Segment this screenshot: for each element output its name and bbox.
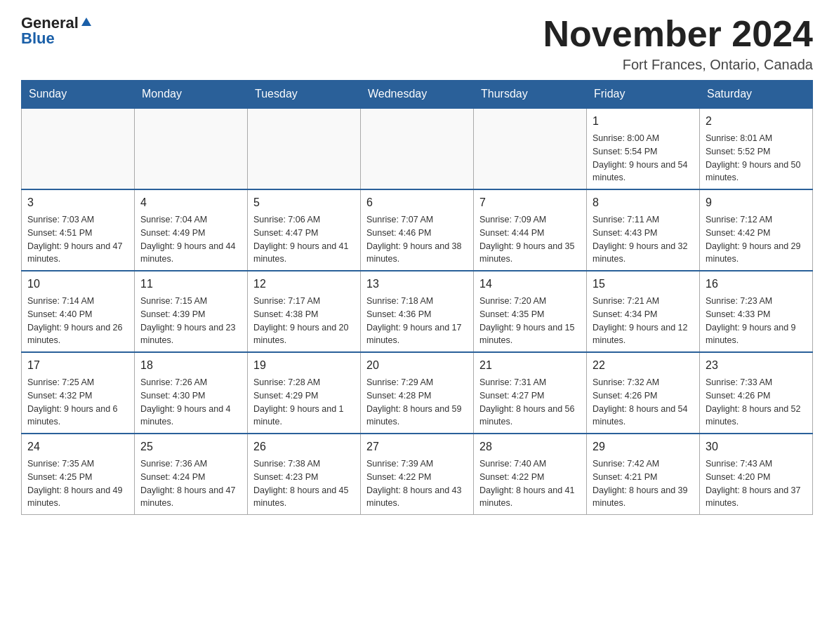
sunset-text: Sunset: 4:32 PM [27, 389, 128, 403]
sunrise-text: Sunrise: 7:09 AM [479, 213, 581, 227]
sunset-text: Sunset: 4:22 PM [366, 471, 468, 484]
table-row: 2Sunrise: 8:01 AMSunset: 5:52 PMDaylight… [700, 108, 813, 189]
daylight-text: Daylight: 9 hours and 50 minutes. [706, 159, 807, 185]
daylight-text: Daylight: 9 hours and 29 minutes. [706, 240, 807, 267]
day-number: 15 [593, 276, 694, 293]
sunset-text: Sunset: 4:35 PM [479, 308, 581, 321]
sunrise-text: Sunrise: 7:20 AM [479, 295, 581, 308]
col-tuesday: Tuesday [248, 81, 361, 109]
table-row: 21Sunrise: 7:31 AMSunset: 4:27 PMDayligh… [474, 352, 587, 434]
day-number: 21 [479, 357, 581, 374]
sunset-text: Sunset: 4:38 PM [253, 308, 355, 321]
daylight-text: Daylight: 8 hours and 49 minutes. [27, 484, 128, 511]
sunrise-text: Sunrise: 7:07 AM [366, 213, 468, 227]
day-number: 19 [253, 357, 355, 374]
daylight-text: Daylight: 8 hours and 43 minutes. [366, 484, 468, 511]
table-row: 28Sunrise: 7:40 AMSunset: 4:22 PMDayligh… [474, 434, 587, 515]
day-number: 9 [706, 194, 807, 211]
sunset-text: Sunset: 4:26 PM [706, 389, 807, 403]
sunrise-text: Sunrise: 7:42 AM [593, 457, 694, 471]
table-row: 16Sunrise: 7:23 AMSunset: 4:33 PMDayligh… [700, 271, 813, 352]
table-row [248, 108, 361, 189]
table-row [135, 108, 248, 189]
location: Fort Frances, Ontario, Canada [543, 57, 813, 73]
day-number: 22 [593, 357, 694, 374]
col-wednesday: Wednesday [361, 81, 474, 109]
logo-icon [79, 18, 93, 29]
daylight-text: Daylight: 9 hours and 47 minutes. [27, 240, 128, 267]
sunrise-text: Sunrise: 7:39 AM [366, 457, 468, 471]
table-row: 14Sunrise: 7:20 AMSunset: 4:35 PMDayligh… [474, 271, 587, 352]
daylight-text: Daylight: 9 hours and 20 minutes. [253, 321, 355, 348]
sunset-text: Sunset: 4:24 PM [140, 471, 241, 484]
sunrise-text: Sunrise: 7:43 AM [706, 457, 807, 471]
day-number: 1 [593, 113, 694, 130]
calendar-table: Sunday Monday Tuesday Wednesday Thursday… [21, 80, 813, 515]
table-row: 13Sunrise: 7:18 AMSunset: 4:36 PMDayligh… [361, 271, 474, 352]
day-number: 27 [366, 438, 468, 455]
day-number: 20 [366, 357, 468, 374]
day-number: 18 [140, 357, 241, 374]
sunrise-text: Sunrise: 7:14 AM [27, 295, 128, 308]
table-row: 1Sunrise: 8:00 AMSunset: 5:54 PMDaylight… [587, 108, 700, 189]
day-number: 17 [27, 357, 128, 374]
daylight-text: Daylight: 9 hours and 26 minutes. [27, 321, 128, 348]
day-number: 24 [27, 438, 128, 455]
daylight-text: Daylight: 8 hours and 56 minutes. [479, 403, 581, 429]
sunset-text: Sunset: 4:27 PM [479, 389, 581, 403]
table-row [22, 108, 135, 189]
sunrise-text: Sunrise: 7:40 AM [479, 457, 581, 471]
sunset-text: Sunset: 4:30 PM [140, 389, 241, 403]
sunset-text: Sunset: 4:46 PM [366, 227, 468, 240]
table-row: 30Sunrise: 7:43 AMSunset: 4:20 PMDayligh… [700, 434, 813, 515]
week-row: 3Sunrise: 7:03 AMSunset: 4:51 PMDaylight… [22, 189, 813, 271]
logo: General Blue [21, 14, 93, 48]
sunrise-text: Sunrise: 7:04 AM [140, 213, 241, 227]
day-number: 26 [253, 438, 355, 455]
sunset-text: Sunset: 4:28 PM [366, 389, 468, 403]
daylight-text: Daylight: 9 hours and 38 minutes. [366, 240, 468, 267]
day-number: 25 [140, 438, 241, 455]
daylight-text: Daylight: 9 hours and 44 minutes. [140, 240, 241, 267]
sunrise-text: Sunrise: 7:38 AM [253, 457, 355, 471]
table-row: 8Sunrise: 7:11 AMSunset: 4:43 PMDaylight… [587, 189, 700, 271]
sunrise-text: Sunrise: 7:11 AM [593, 213, 694, 227]
svg-marker-0 [81, 18, 91, 26]
daylight-text: Daylight: 8 hours and 52 minutes. [706, 403, 807, 429]
table-row: 15Sunrise: 7:21 AMSunset: 4:34 PMDayligh… [587, 271, 700, 352]
week-row: 1Sunrise: 8:00 AMSunset: 5:54 PMDaylight… [22, 108, 813, 189]
sunrise-text: Sunrise: 7:29 AM [366, 376, 468, 389]
table-row: 3Sunrise: 7:03 AMSunset: 4:51 PMDaylight… [22, 189, 135, 271]
daylight-text: Daylight: 9 hours and 23 minutes. [140, 321, 241, 348]
sunrise-text: Sunrise: 7:31 AM [479, 376, 581, 389]
table-row: 12Sunrise: 7:17 AMSunset: 4:38 PMDayligh… [248, 271, 361, 352]
sunrise-text: Sunrise: 7:06 AM [253, 213, 355, 227]
sunset-text: Sunset: 4:36 PM [366, 308, 468, 321]
table-row: 6Sunrise: 7:07 AMSunset: 4:46 PMDaylight… [361, 189, 474, 271]
daylight-text: Daylight: 8 hours and 39 minutes. [593, 484, 694, 511]
table-row: 9Sunrise: 7:12 AMSunset: 4:42 PMDaylight… [700, 189, 813, 271]
day-number: 10 [27, 276, 128, 293]
day-number: 12 [253, 276, 355, 293]
sunset-text: Sunset: 4:49 PM [140, 227, 241, 240]
sunset-text: Sunset: 4:25 PM [27, 471, 128, 484]
sunrise-text: Sunrise: 8:01 AM [706, 132, 807, 145]
sunset-text: Sunset: 4:20 PM [706, 471, 807, 484]
daylight-text: Daylight: 9 hours and 1 minute. [253, 403, 355, 429]
table-row: 4Sunrise: 7:04 AMSunset: 4:49 PMDaylight… [135, 189, 248, 271]
month-title: November 2024 [543, 14, 813, 54]
daylight-text: Daylight: 9 hours and 15 minutes. [479, 321, 581, 348]
daylight-text: Daylight: 8 hours and 59 minutes. [366, 403, 468, 429]
day-number: 2 [706, 113, 807, 130]
sunset-text: Sunset: 5:54 PM [593, 145, 694, 159]
table-row: 5Sunrise: 7:06 AMSunset: 4:47 PMDaylight… [248, 189, 361, 271]
sunrise-text: Sunrise: 7:21 AM [593, 295, 694, 308]
col-thursday: Thursday [474, 81, 587, 109]
daylight-text: Daylight: 8 hours and 45 minutes. [253, 484, 355, 511]
table-row: 19Sunrise: 7:28 AMSunset: 4:29 PMDayligh… [248, 352, 361, 434]
day-number: 13 [366, 276, 468, 293]
sunrise-text: Sunrise: 7:28 AM [253, 376, 355, 389]
sunrise-text: Sunrise: 7:12 AM [706, 213, 807, 227]
table-row [474, 108, 587, 189]
day-number: 6 [366, 194, 468, 211]
